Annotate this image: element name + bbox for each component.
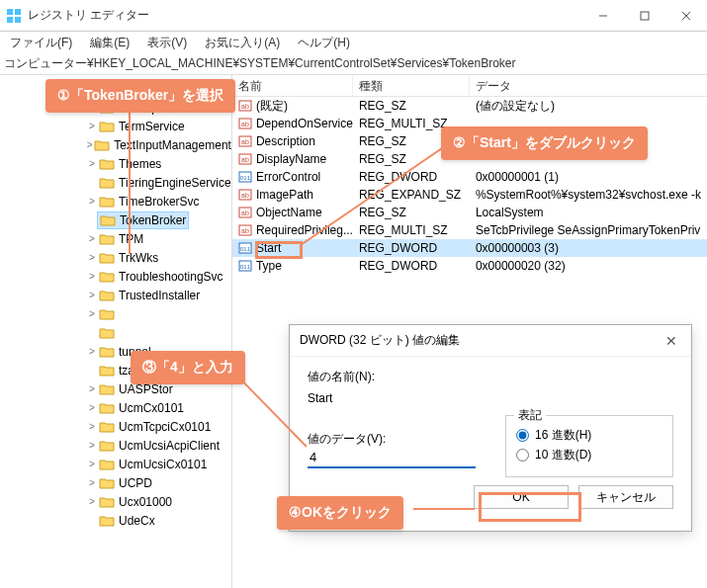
annotation-3: ③「4」と入力 — [131, 351, 245, 384]
folder-icon — [99, 476, 115, 490]
close-button[interactable] — [665, 0, 707, 32]
svg-text:011: 011 — [240, 246, 251, 252]
folder-icon — [99, 439, 115, 453]
cancel-button[interactable]: キャンセル — [578, 485, 673, 509]
folder-icon — [99, 326, 115, 340]
folder-icon — [99, 176, 115, 190]
tree-item-label: UCPD — [119, 476, 152, 490]
folder-icon — [99, 420, 115, 434]
value-data: (値の設定なし) — [470, 98, 707, 115]
dialog-close-icon[interactable]: ✕ — [662, 329, 681, 353]
tree-pane[interactable]: >tdx>terminpt>TermService>TextInputManag… — [0, 75, 232, 588]
tree-item-label: TPM — [119, 232, 143, 246]
tree-item[interactable]: TieringEngineService — [4, 173, 231, 192]
tree-item[interactable]: >TermService — [4, 117, 231, 135]
string-value-icon: ab — [238, 206, 252, 219]
folder-icon — [99, 157, 115, 171]
binary-value-icon: 011 — [238, 241, 252, 255]
folder-icon — [100, 213, 116, 227]
folder-icon — [99, 195, 115, 209]
value-data-input[interactable] — [308, 448, 476, 468]
folder-icon — [99, 382, 115, 396]
svg-rect-3 — [15, 17, 21, 23]
string-value-icon: ab — [238, 223, 252, 237]
column-name[interactable]: 名前 — [232, 75, 353, 96]
tree-item[interactable] — [4, 323, 231, 342]
tree-item[interactable]: UdeCx — [4, 511, 231, 530]
tree-item-label: TieringEngineService — [119, 176, 231, 190]
string-value-icon: ab — [238, 99, 252, 113]
column-data[interactable]: データ — [470, 75, 707, 96]
value-row[interactable]: ab(既定)REG_SZ(値の設定なし) — [232, 97, 707, 115]
string-value-icon: ab — [238, 188, 252, 202]
radio-hex[interactable]: 16 進数(H) — [516, 427, 663, 444]
app-icon — [6, 8, 22, 24]
dialog-title: DWORD (32 ビット) 値の編集 — [300, 332, 662, 349]
annotation-1: ①「TokenBroker」を選択 — [45, 79, 235, 113]
binary-value-icon: 011 — [238, 259, 252, 273]
list-header[interactable]: 名前 種類 データ — [232, 75, 707, 97]
value-name-field[interactable]: Start — [308, 387, 673, 409]
binary-value-icon: 011 — [238, 170, 252, 184]
folder-icon — [99, 289, 115, 302]
svg-text:ab: ab — [241, 103, 249, 110]
menu-edit[interactable]: 編集(E) — [82, 33, 137, 53]
tree-item[interactable]: >Themes — [4, 154, 231, 173]
tree-item-label: UcmUcsiAcpiClient — [119, 439, 220, 453]
svg-rect-5 — [641, 12, 649, 20]
svg-rect-2 — [7, 17, 13, 23]
tree-item[interactable]: >TokenBroker — [4, 210, 231, 229]
menu-view[interactable]: 表示(V) — [139, 33, 195, 53]
string-value-icon: ab — [238, 117, 252, 130]
tree-item[interactable]: >TPM — [4, 229, 231, 248]
tree-item[interactable]: >UcmUcsiCx0101 — [4, 455, 231, 473]
tree-item[interactable]: >TrustedInstaller — [4, 286, 231, 304]
folder-icon — [99, 495, 115, 509]
folder-icon — [99, 514, 115, 528]
tree-item-label: Ucx01000 — [119, 495, 172, 509]
tree-item[interactable]: >TimeBrokerSvc — [4, 192, 231, 210]
tree-item[interactable]: >TrkWks — [4, 248, 231, 267]
menu-help[interactable]: ヘルプ(H) — [290, 33, 358, 53]
tree-item-label: UcmUcsiCx0101 — [119, 458, 207, 471]
column-type[interactable]: 種類 — [353, 75, 470, 96]
tree-item[interactable]: >TroubleshootingSvc — [4, 267, 231, 286]
annotation-2: ②「Start」をダブルクリック — [441, 126, 648, 160]
folder-icon — [99, 307, 115, 321]
tree-item[interactable]: >Ucx01000 — [4, 492, 231, 511]
string-value-icon: ab — [238, 152, 252, 166]
tree-item[interactable]: >UCPD — [4, 473, 231, 492]
folder-icon — [99, 251, 115, 265]
svg-line-28 — [301, 146, 445, 245]
value-row[interactable]: 011TypeREG_DWORD0x00000020 (32) — [232, 257, 707, 275]
tree-item[interactable]: >UcmUcsiAcpiClient — [4, 436, 231, 455]
base-legend: 表記 — [514, 407, 546, 424]
svg-text:ab: ab — [241, 227, 249, 234]
value-data-label: 値のデータ(V): — [308, 431, 476, 448]
value-data: LocalSystem — [470, 206, 707, 219]
svg-text:ab: ab — [241, 138, 249, 145]
tree-item-label: UdeCx — [119, 514, 155, 528]
folder-icon — [99, 401, 115, 415]
menu-file[interactable]: ファイル(F) — [2, 33, 80, 53]
tree-item[interactable]: > — [4, 304, 231, 323]
string-value-icon: ab — [238, 134, 252, 148]
tree-item[interactable]: >TextInputManagement — [4, 135, 231, 154]
folder-icon — [99, 458, 115, 471]
tree-item-label: TrustedInstaller — [119, 289, 200, 302]
address-bar[interactable]: コンピューター¥HKEY_LOCAL_MACHINE¥SYSTEM¥Curren… — [0, 53, 707, 75]
radio-dec[interactable]: 10 進数(D) — [516, 447, 663, 463]
svg-text:ab: ab — [241, 121, 249, 127]
tree-item[interactable]: >UcmTcpciCx0101 — [4, 417, 231, 436]
tree-item-label: TroubleshootingSvc — [119, 270, 223, 284]
maximize-button[interactable] — [624, 0, 665, 32]
tree-item-label: TrkWks — [119, 251, 158, 265]
minimize-button[interactable] — [582, 0, 624, 32]
value-type: REG_DWORD — [353, 259, 470, 273]
tree-item-label: TimeBrokerSvc — [119, 195, 200, 209]
tree-item[interactable]: >UcmCx0101 — [4, 398, 231, 417]
menu-favorites[interactable]: お気に入り(A) — [197, 33, 288, 53]
menubar: ファイル(F) 編集(E) 表示(V) お気に入り(A) ヘルプ(H) — [0, 32, 707, 53]
tree-item-label: UcmCx0101 — [119, 401, 184, 415]
base-group: 表記 16 進数(H) 10 進数(D) — [505, 415, 673, 477]
